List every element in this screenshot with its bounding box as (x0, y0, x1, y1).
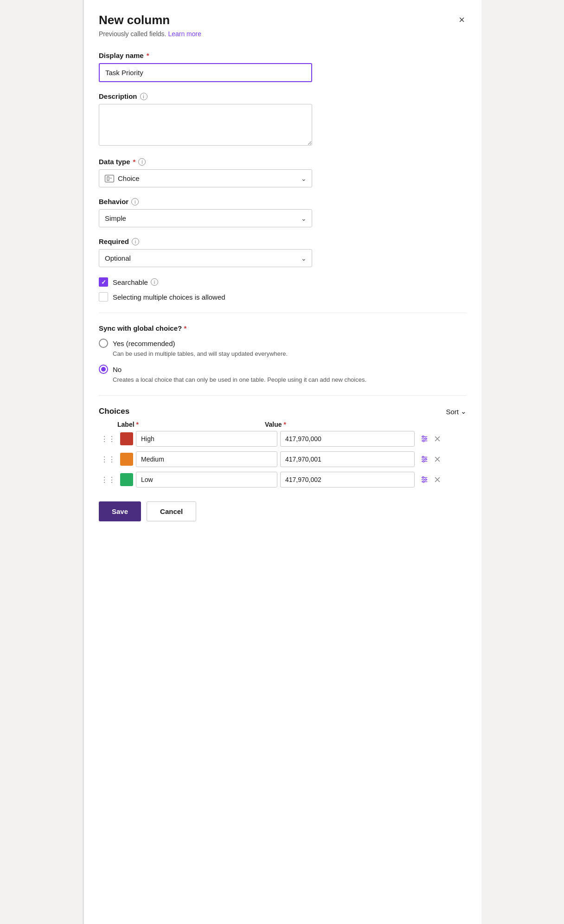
svg-rect-0 (107, 177, 109, 180)
searchable-info-icon: i (151, 278, 158, 286)
color-swatch-2[interactable] (120, 473, 133, 486)
choice-row-1: ⋮⋮ (99, 451, 467, 467)
panel-subtitle: Previously called fields. Learn more (99, 30, 467, 38)
tune-button-2[interactable] (419, 475, 429, 485)
data-type-info-icon: i (138, 158, 146, 166)
radio-no-button[interactable] (99, 365, 108, 374)
drag-handle-2[interactable]: ⋮⋮ (99, 474, 117, 486)
multiple-choices-label: Selecting multiple choices is allowed (113, 293, 225, 301)
required-star-value: * (283, 421, 286, 428)
drag-handle-0[interactable]: ⋮⋮ (99, 433, 117, 445)
choices-column-headers: Label * Value * (99, 421, 467, 431)
panel-header: New column × (99, 13, 467, 27)
radio-yes-option: Yes (recommended) Can be used in multipl… (99, 339, 467, 358)
drag-handle-1[interactable]: ⋮⋮ (99, 453, 117, 466)
choice-label-input-0[interactable] (136, 431, 277, 447)
behavior-select[interactable]: Simple ⌄ (99, 209, 312, 227)
color-swatch-0[interactable] (120, 432, 133, 445)
description-group: Description i (99, 92, 467, 148)
row-actions-0 (419, 434, 442, 444)
required-star-sync: * (184, 324, 186, 332)
radio-yes-desc: Can be used in multiple tables, and will… (99, 350, 467, 358)
radio-yes-row: Yes (recommended) (99, 339, 467, 348)
svg-point-19 (423, 481, 424, 483)
choice-label-input-1[interactable] (136, 451, 277, 467)
description-input[interactable] (99, 104, 312, 146)
close-button[interactable]: × (457, 13, 467, 27)
searchable-checkbox[interactable] (99, 277, 108, 287)
display-name-group: Display name * (99, 51, 467, 82)
choice-svg-icon (107, 176, 112, 181)
multiple-choices-row: Selecting multiple choices is allowed (99, 292, 467, 302)
required-star-label: * (136, 421, 138, 428)
required-info-icon: i (132, 238, 139, 245)
data-type-select[interactable]: Choice ⌄ (99, 169, 312, 187)
choices-header: Choices Sort ⌄ (99, 407, 467, 416)
panel-title: New column (99, 13, 170, 27)
svg-point-6 (425, 438, 427, 440)
save-button[interactable]: Save (99, 501, 141, 521)
data-type-group: Data type * i Choice ⌄ (99, 158, 467, 187)
delete-button-1[interactable] (432, 454, 442, 464)
choice-label-input-2[interactable] (136, 472, 277, 488)
svg-point-7 (423, 440, 424, 442)
svg-point-13 (423, 461, 424, 462)
choice-type-icon (105, 175, 114, 182)
description-label: Description i (99, 92, 467, 100)
delete-button-0[interactable] (432, 434, 442, 444)
choice-row-2: ⋮⋮ (99, 472, 467, 488)
bottom-bar: Save Cancel (99, 501, 467, 521)
divider-2 (99, 395, 467, 396)
col-header-value: Value * (265, 421, 402, 428)
chevron-down-icon-behavior: ⌄ (301, 215, 307, 222)
radio-yes-label: Yes (recommended) (113, 340, 175, 347)
display-name-label: Display name * (99, 51, 467, 59)
svg-point-12 (425, 459, 427, 461)
required-label: Required i (99, 237, 467, 245)
sync-group: Sync with global choice? * Yes (recommen… (99, 324, 467, 384)
svg-point-11 (423, 456, 424, 458)
required-display[interactable]: Optional ⌄ (99, 249, 312, 267)
col-header-label: Label * (117, 421, 261, 428)
display-name-input[interactable] (99, 63, 312, 82)
data-type-label: Data type * i (99, 158, 467, 166)
sort-button[interactable]: Sort ⌄ (446, 407, 467, 416)
radio-no-desc: Creates a local choice that can only be … (99, 376, 467, 384)
description-info-icon: i (140, 93, 147, 100)
behavior-display[interactable]: Simple ⌄ (99, 209, 312, 227)
chevron-down-icon: ⌄ (301, 175, 307, 182)
choice-value-input-1[interactable] (280, 451, 415, 467)
learn-more-link[interactable]: Learn more (168, 30, 201, 38)
choices-title: Choices (99, 407, 129, 416)
new-column-panel: New column × Previously called fields. L… (83, 0, 481, 924)
radio-no-label: No (113, 366, 122, 373)
behavior-info-icon: i (131, 198, 139, 205)
row-actions-2 (419, 475, 442, 485)
cancel-button[interactable]: Cancel (147, 501, 196, 521)
sync-label: Sync with global choice? * (99, 324, 467, 332)
choice-value-input-2[interactable] (280, 472, 415, 488)
searchable-row: Searchable i (99, 277, 467, 287)
delete-button-2[interactable] (432, 475, 442, 485)
required-group: Required i Optional ⌄ (99, 237, 467, 267)
row-actions-1 (419, 454, 442, 464)
chevron-down-icon-required: ⌄ (301, 255, 307, 262)
divider-1 (99, 313, 467, 313)
multiple-choices-checkbox[interactable] (99, 292, 108, 302)
svg-point-18 (425, 479, 427, 481)
tune-button-0[interactable] (419, 434, 429, 444)
svg-point-5 (423, 436, 424, 438)
radio-no-row: No (99, 365, 467, 374)
behavior-group: Behavior i Simple ⌄ (99, 198, 467, 227)
searchable-label: Searchable i (113, 278, 158, 286)
svg-point-17 (423, 477, 424, 479)
behavior-label: Behavior i (99, 198, 467, 205)
choice-value-input-0[interactable] (280, 431, 415, 447)
color-swatch-1[interactable] (120, 453, 133, 466)
chevron-down-icon-sort: ⌄ (461, 407, 467, 416)
tune-button-1[interactable] (419, 454, 429, 464)
data-type-display[interactable]: Choice ⌄ (99, 169, 312, 187)
required-star: * (147, 51, 149, 59)
radio-yes-button[interactable] (99, 339, 108, 348)
required-select[interactable]: Optional ⌄ (99, 249, 312, 267)
